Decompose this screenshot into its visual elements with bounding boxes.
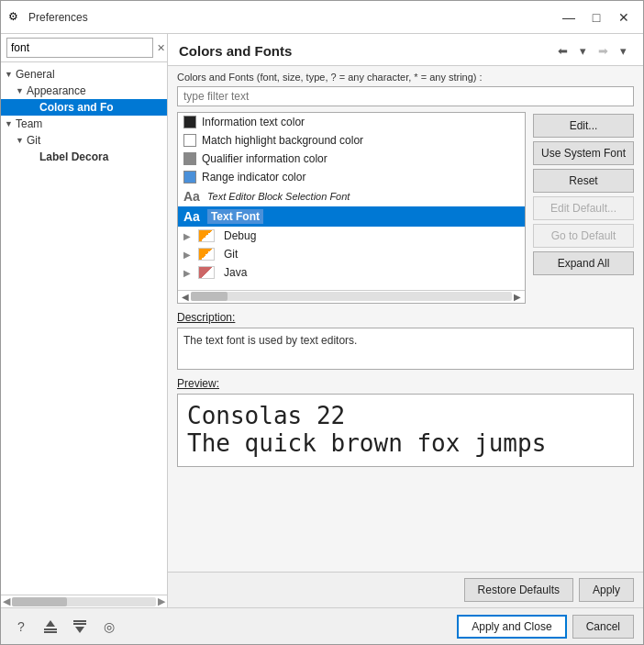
expand-arrow-git: ▼ <box>16 136 27 145</box>
list-item-match-highlight[interactable]: Match highlight background color <box>178 131 525 150</box>
settings-icon[interactable]: ◎ <box>98 616 120 638</box>
help-icon[interactable]: ? <box>10 616 32 638</box>
git-icon <box>198 248 215 261</box>
list-item-qualifier-info[interactable]: Qualifier information color <box>178 150 525 168</box>
scroll-right-arrow[interactable]: ▶ <box>158 595 165 607</box>
expand-java: ▶ <box>183 268 191 278</box>
list-hscroll-track <box>191 292 512 301</box>
description-area: Description: The text font is used by te… <box>168 307 643 373</box>
swatch-qualifier-info <box>183 152 196 165</box>
export-icon[interactable] <box>39 616 61 638</box>
close-button[interactable]: ✕ <box>612 8 636 27</box>
colors-fonts-list-container: Information text color Match highlight b… <box>177 112 526 304</box>
svg-rect-4 <box>73 623 86 625</box>
list-item-range-indicator[interactable]: Range indicator color <box>178 168 525 186</box>
label-java: Java <box>224 266 247 279</box>
list-hscroll-thumb[interactable] <box>191 292 228 301</box>
sidebar-label-team: Team <box>16 117 42 130</box>
maximize-button[interactable]: □ <box>584 8 608 27</box>
title-bar: ⚙ Preferences — □ ✕ <box>1 1 643 34</box>
preview-line1: Consolas 22 <box>187 402 624 429</box>
main-panel: Colors and Fonts ⬅ ▾ ➡ ▾ Colors and Font… <box>168 34 643 607</box>
colors-fonts-list[interactable]: Information text color Match highlight b… <box>178 113 525 290</box>
window-title: Preferences <box>28 11 557 24</box>
list-item-java-group[interactable]: ▶ Java <box>178 263 525 282</box>
expand-git: ▶ <box>183 250 191 260</box>
list-item-text-editor-block[interactable]: Aa Text Editor Block Selection Font <box>178 186 525 206</box>
search-box: ✕ <box>1 34 167 62</box>
list-item-text-font[interactable]: Aa Text Font <box>178 206 525 227</box>
svg-rect-1 <box>44 631 57 633</box>
label-range-indicator: Range indicator color <box>202 171 305 183</box>
search-input[interactable] <box>6 38 153 58</box>
sidebar-label-general: General <box>16 68 55 81</box>
list-hscroll[interactable]: ◀ ▶ <box>178 290 525 303</box>
sidebar-item-git[interactable]: ▼ Git <box>1 132 167 149</box>
sidebar-item-label-decora[interactable]: Label Decora <box>1 149 167 165</box>
font-icon-text-editor: Aa <box>183 189 200 204</box>
sidebar-item-team[interactable]: ▼ Team <box>1 116 167 132</box>
label-text-editor-block: Text Editor Block Selection Font <box>207 191 350 202</box>
sidebar-label-git: Git <box>27 134 40 147</box>
list-item-info-text[interactable]: Information text color <box>178 113 525 131</box>
cancel-button[interactable]: Cancel <box>572 615 634 639</box>
apply-and-close-button[interactable]: Apply and Close <box>457 615 566 639</box>
sidebar-item-appearance[interactable]: ▼ Appearance <box>1 83 167 99</box>
sidebar-tree: ▼ General ▼ Appearance Colors and Fo <box>1 62 167 595</box>
svg-marker-5 <box>75 627 84 633</box>
sidebar-label-appearance: Appearance <box>27 84 86 97</box>
action-buttons: Edit... Use System Font Reset Edit Defau… <box>533 112 634 304</box>
label-git: Git <box>224 248 238 261</box>
list-hscroll-right[interactable]: ▶ <box>512 292 523 302</box>
preview-line2: The quick brown fox jumps <box>187 429 624 457</box>
content-area: ✕ ▼ General ▼ Appearance <box>1 34 643 607</box>
expand-debug: ▶ <box>183 231 191 241</box>
preview-label: Preview: <box>177 377 634 390</box>
back-icon[interactable]: ⬅ <box>553 41 572 60</box>
filter-row: Colors and Fonts (font, size, type, ? = … <box>168 66 643 112</box>
swatch-info-text <box>183 116 196 128</box>
list-hscroll-left[interactable]: ◀ <box>180 292 191 302</box>
search-clear-button[interactable]: ✕ <box>157 40 165 55</box>
expand-arrow-team: ▼ <box>5 119 16 128</box>
export-svg <box>42 618 59 635</box>
footer-right: Apply and Close Cancel <box>457 615 634 639</box>
expand-arrow-appearance: ▼ <box>16 86 27 95</box>
import-icon[interactable] <box>69 616 91 638</box>
nav-dropdown2-icon[interactable]: ▾ <box>614 41 632 60</box>
preview-box: Consolas 22 The quick brown fox jumps <box>177 394 634 467</box>
restore-defaults-button[interactable]: Restore Defaults <box>464 578 573 602</box>
nav-dropdown-icon[interactable]: ▾ <box>573 41 592 60</box>
list-item-git-group[interactable]: ▶ Git <box>178 245 525 263</box>
minimize-button[interactable]: — <box>557 8 581 27</box>
list-item-debug-group[interactable]: ▶ Debug <box>178 227 525 245</box>
swatch-range-indicator <box>183 171 196 183</box>
reset-button[interactable]: Reset <box>533 169 634 193</box>
edit-default-button[interactable]: Edit Default... <box>533 196 634 220</box>
sidebar-horizontal-scrollbar[interactable]: ◀ ▶ <box>1 595 167 607</box>
sidebar-hscroll-thumb[interactable] <box>12 597 67 606</box>
sidebar-label-label-decora: Label Decora <box>39 150 108 163</box>
filter-input[interactable] <box>177 86 634 106</box>
apply-button[interactable]: Apply <box>579 578 634 602</box>
sidebar-item-general[interactable]: ▼ General <box>1 66 167 83</box>
swatch-match-highlight <box>183 134 196 147</box>
go-to-default-button[interactable]: Go to Default <box>533 224 634 248</box>
scroll-left-arrow[interactable]: ◀ <box>3 595 10 607</box>
label-qualifier-info: Qualifier information color <box>202 152 328 165</box>
edit-button[interactable]: Edit... <box>533 114 634 138</box>
label-text-font: Text Font <box>207 209 263 224</box>
sidebar-item-colors-fonts[interactable]: Colors and Fo <box>1 99 167 116</box>
debug-icon <box>198 229 215 242</box>
footer-icons: ? ◎ <box>10 616 120 638</box>
forward-icon[interactable]: ➡ <box>594 41 612 60</box>
sidebar: ✕ ▼ General ▼ Appearance <box>1 34 168 607</box>
svg-marker-2 <box>46 620 55 627</box>
java-icon <box>198 266 215 279</box>
label-match-highlight: Match highlight background color <box>202 134 363 147</box>
sidebar-label-colors-fonts: Colors and Fo <box>39 101 114 114</box>
label-info-text: Information text color <box>202 116 305 128</box>
use-system-font-button[interactable]: Use System Font <box>533 141 634 165</box>
expand-all-button[interactable]: Expand All <box>533 251 634 275</box>
app-icon: ⚙ <box>8 10 23 25</box>
